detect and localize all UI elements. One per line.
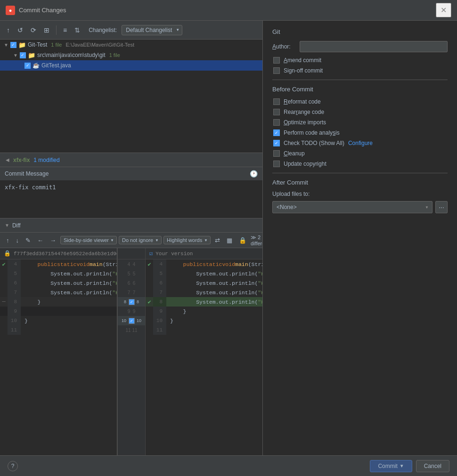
- line-content-left-6: System.out.println( "Hello Git222.: [21, 278, 117, 288]
- line-num-left-10: 10: [8, 316, 21, 325]
- tree-label-gittest: GitTest.java: [41, 62, 71, 69]
- modified-label: 1 modified: [33, 157, 59, 163]
- folder-icon-src: 📁: [28, 52, 35, 59]
- bottom-right-actions: Commit ▼ Cancel: [370, 460, 449, 472]
- line-content-left-7: System.out.println( "Hello Git333.: [21, 288, 117, 297]
- cleanup-checkbox[interactable]: [273, 150, 280, 157]
- diff-lock-btn[interactable]: 🔒: [237, 236, 249, 245]
- diff-toolbar: ↑ ↓ ✎ ← → Side-by-side viewer Do not ign…: [0, 232, 262, 248]
- tree-item-git-test[interactable]: ▼ ✓ 📁 Git-Test 1 file E:\JavaEE\Maven\Gi…: [0, 40, 262, 50]
- line-content-left-4: public static void main(String[] args: [21, 259, 117, 269]
- changelist-select[interactable]: Default Changelist: [122, 25, 182, 35]
- update-copyright-checkbox[interactable]: [273, 161, 280, 167]
- upload-more-button[interactable]: ···: [435, 201, 448, 213]
- line-content-right-10: }: [166, 316, 262, 325]
- line-marker-right-9: [146, 307, 153, 316]
- clock-icon[interactable]: 🕐: [250, 170, 258, 177]
- center-line-10: 10 ✓ 10: [118, 316, 145, 325]
- diff-count: ≫ 2 differences: [251, 234, 262, 246]
- update-button[interactable]: ⟳: [28, 24, 39, 36]
- divider-2: [272, 173, 448, 173]
- expand-arrow-root[interactable]: ▼: [4, 42, 8, 48]
- checkbox-git-test[interactable]: ✓: [10, 42, 16, 48]
- highlight-select-wrapper[interactable]: Highlight words: [163, 236, 211, 244]
- check-todo-checkbox[interactable]: ✓: [273, 140, 280, 146]
- author-input[interactable]: [300, 41, 448, 52]
- upload-select[interactable]: <None>: [272, 201, 433, 213]
- cancel-button[interactable]: Cancel: [416, 460, 449, 472]
- center-checkbox-8[interactable]: ✓: [129, 299, 135, 305]
- move-up-button[interactable]: ↑: [4, 24, 13, 36]
- optimize-imports-checkbox[interactable]: [273, 119, 280, 126]
- amend-commit-checkbox[interactable]: [273, 57, 280, 64]
- diff-columns-btn[interactable]: ▦: [224, 236, 235, 245]
- diff-edit-btn[interactable]: ✎: [23, 236, 33, 245]
- folder-icon-git-test: 📁: [18, 41, 26, 48]
- signoff-commit-label: Sign-off commit: [284, 67, 323, 74]
- diff-title: Diff: [12, 222, 21, 229]
- diff-next-btn[interactable]: ↓: [14, 236, 22, 245]
- tree-item-gittest-java[interactable]: ✓ ☕ GitTest.java: [0, 60, 262, 71]
- viewer-select-wrapper[interactable]: Side-by-side viewer: [60, 236, 117, 244]
- diff-expand-icon[interactable]: ▼: [5, 223, 9, 228]
- check-todo-row: ✓ Check TODO (Show All) Configure: [272, 140, 448, 146]
- diff-line-right-4: ✔ 4 public static void main(String[] arg…: [146, 259, 262, 269]
- diff-line-left-10: 10 }: [0, 316, 117, 325]
- refresh-button[interactable]: ↺: [15, 24, 26, 36]
- signoff-commit-checkbox[interactable]: [273, 67, 280, 74]
- rearrange-code-checkbox[interactable]: [273, 109, 280, 115]
- line-marker-left-5: [0, 269, 8, 278]
- line-num-right-11: 11: [153, 325, 166, 335]
- diff-pane-left[interactable]: 🔒 f77f3edd367154476e59522eda6b3e1d9d697b…: [0, 248, 117, 471]
- update-copyright-row: Update copyright: [272, 161, 448, 167]
- line-num-right-9: 9: [153, 307, 166, 316]
- collapse-button[interactable]: ⇅: [72, 24, 83, 36]
- line-content-right-9: }: [166, 307, 262, 316]
- line-marker-left-6: [0, 278, 8, 288]
- viewer-select[interactable]: Side-by-side viewer: [60, 236, 117, 244]
- expand-button[interactable]: ≡: [60, 24, 70, 36]
- diff-forward-btn[interactable]: →: [48, 236, 58, 245]
- git-section-title: Git: [272, 28, 448, 35]
- configure-link[interactable]: Configure: [348, 140, 373, 146]
- line-num-left-4: 4: [8, 259, 21, 269]
- help-button[interactable]: ?: [8, 461, 18, 471]
- settings-button[interactable]: ⊞: [41, 24, 52, 36]
- check-icon-right: ☑: [149, 250, 153, 257]
- commit-message-input[interactable]: xfx-fix commit1: [0, 180, 262, 218]
- center-line-11: 11 11: [118, 325, 145, 335]
- line-marker-left-9: [0, 307, 8, 316]
- check-todo-label: Check TODO (Show All): [284, 140, 344, 146]
- changelist-select-wrapper[interactable]: Default Changelist: [122, 25, 182, 35]
- reformat-code-label: Reformat code: [284, 98, 321, 105]
- diff-back-btn[interactable]: ←: [35, 236, 46, 245]
- center-checkbox-10[interactable]: ✓: [129, 318, 135, 324]
- center-line-6: 6 6: [118, 278, 145, 288]
- upload-select-wrapper[interactable]: <None>: [272, 201, 433, 213]
- tree-item-src[interactable]: ▼ ✓ 📁 src\main\java\com\study\git 1 file: [0, 50, 262, 60]
- commit-button[interactable]: Commit ▼: [370, 460, 412, 472]
- left-panel: ↑ ↺ ⟳ ⊞ ≡ ⇅ Changelist: Default Changeli…: [0, 21, 263, 476]
- ignore-select[interactable]: Do not ignore: [119, 236, 162, 244]
- checkbox-src[interactable]: ✓: [20, 52, 26, 58]
- line-marker-right-4: ✔: [146, 259, 153, 269]
- line-content-left-8: }: [21, 297, 117, 307]
- ignore-select-wrapper[interactable]: Do not ignore: [119, 236, 162, 244]
- line-marker-right-6: [146, 278, 153, 288]
- amend-commit-label: Amend commit: [284, 57, 321, 64]
- commit-message-title: Commit Message: [5, 170, 246, 177]
- diff-pane-right[interactable]: ☑ Your version ✔ 4 public static void ma…: [146, 248, 262, 471]
- perform-code-analysis-checkbox[interactable]: ✓: [273, 129, 280, 136]
- tree-path-git-test: E:\JavaEE\Maven\Git\Git-Test: [66, 42, 135, 48]
- diff-filename-bar-left: 🔒 f77f3edd367154476e59522eda6b3e1d9d697b…: [0, 248, 117, 259]
- reformat-code-checkbox[interactable]: [273, 98, 280, 105]
- expand-arrow-src[interactable]: ▼: [13, 53, 18, 58]
- diff-prev-btn[interactable]: ↑: [4, 236, 12, 245]
- highlight-select[interactable]: Highlight words: [163, 236, 211, 244]
- perform-code-analysis-row: ✓ Perform code analysis: [272, 129, 448, 136]
- footer-expand-icon: ◀: [6, 157, 9, 162]
- line-marker-right-8: ✔: [146, 297, 153, 307]
- close-button[interactable]: ✕: [436, 3, 451, 17]
- checkbox-gittest[interactable]: ✓: [24, 63, 31, 69]
- diff-sync-btn[interactable]: ⇄: [212, 236, 222, 245]
